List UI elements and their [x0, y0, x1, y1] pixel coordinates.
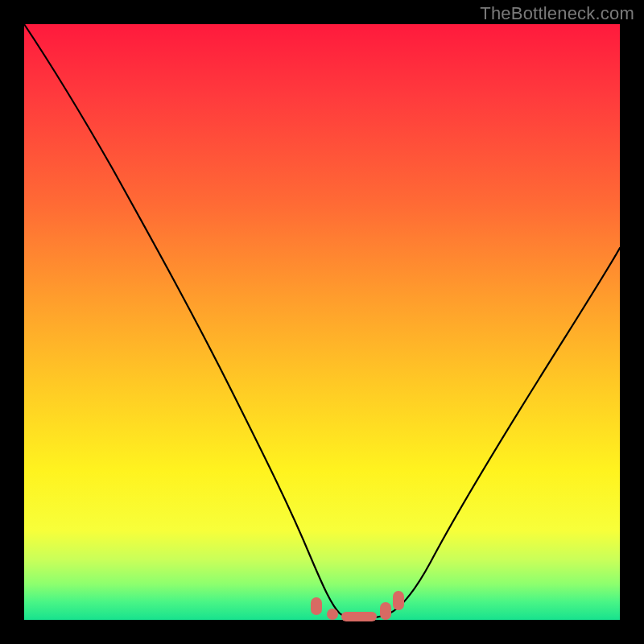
chart-frame: TheBottleneck.com [0, 0, 644, 644]
svg-rect-2 [341, 612, 377, 621]
bottleneck-curve [24, 24, 620, 620]
watermark-text: TheBottleneck.com [480, 3, 634, 24]
svg-rect-4 [393, 591, 404, 610]
svg-rect-0 [311, 597, 322, 615]
valley-bumps [311, 591, 404, 621]
svg-rect-1 [327, 609, 338, 620]
curve-path [24, 24, 620, 618]
svg-rect-3 [380, 602, 391, 620]
plot-area [24, 24, 620, 620]
